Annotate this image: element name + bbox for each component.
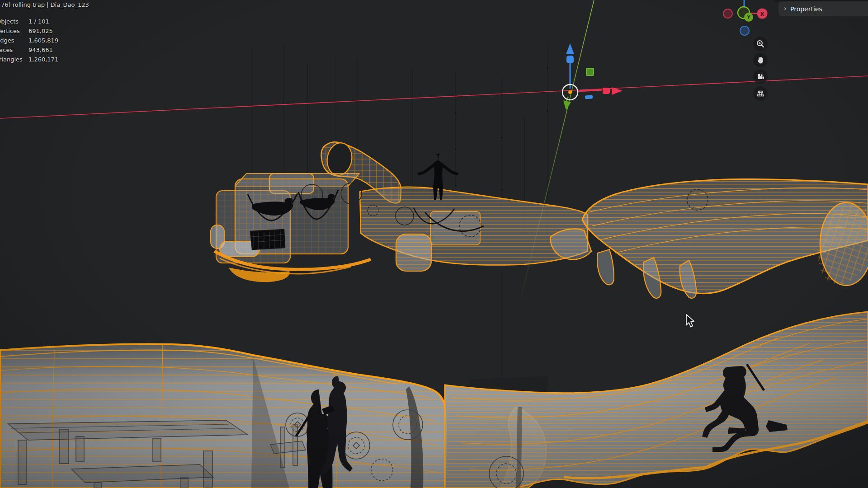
hand-icon	[756, 56, 765, 65]
camera-view-button[interactable]	[753, 70, 768, 84]
properties-panel-header[interactable]: › Properties	[778, 1, 868, 16]
magnifier-plus-icon	[756, 39, 765, 48]
pan-button[interactable]	[753, 53, 768, 67]
camera-icon	[756, 72, 765, 81]
vignette	[0, 0, 868, 488]
properties-panel-title: Properties	[790, 5, 822, 13]
blender-3d-viewport[interactable]: Y X 76) rolling trap | Dia_Dao_123 Objec…	[0, 0, 868, 488]
projection-toggle-button[interactable]	[753, 86, 768, 101]
grid-icon	[756, 89, 765, 98]
viewport-canvas[interactable]: Y X	[0, 0, 868, 488]
chevron-right-icon: ›	[784, 5, 787, 13]
zoom-button[interactable]	[753, 37, 768, 51]
